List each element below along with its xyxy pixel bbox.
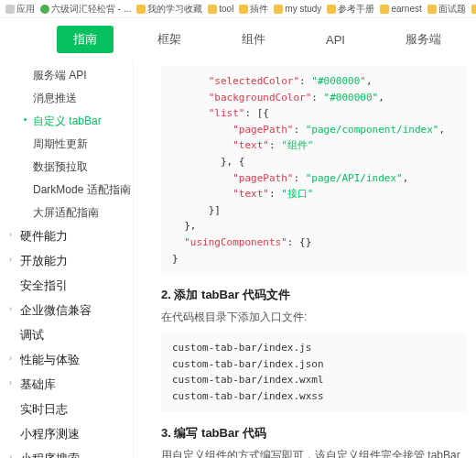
sidebar-section-label: 小程序搜索 [20,453,80,458]
sidebar-section-label: 实时日志 [20,403,68,416]
bookmark-label: 六级词汇轻松背 - ... [51,3,131,16]
bookmark-item[interactable]: earnest [380,4,421,14]
bookmark-item[interactable]: upupup [471,4,476,14]
folder-icon [471,5,476,14]
folder-icon [427,5,437,14]
chevron-right-icon: › [9,255,12,264]
folder-icon [327,5,336,14]
sidebar-section[interactable]: ›基础库 [7,373,133,398]
sidebar-section[interactable]: ›小程序搜索 [7,447,133,458]
nav-tab[interactable]: 指南 [57,26,114,53]
sidebar-section-label: 硬件能力 [20,230,68,243]
bookmark-label: 应用 [16,3,35,16]
chevron-right-icon: › [9,230,12,239]
sidebar-section-label: 调试 [20,329,44,342]
bookmark-item[interactable]: 我的学习收藏 [136,3,202,16]
folder-icon [239,5,248,14]
nav-tab[interactable]: 框架 [141,26,198,53]
bookmark-label: tool [219,4,233,14]
sidebar-section[interactable]: 调试 [7,323,133,348]
folder-icon [380,5,389,14]
bookmark-item[interactable]: 六级词汇轻松背 - ... [40,3,131,16]
bookmark-item[interactable]: 应用 [5,3,35,16]
bookmark-item[interactable]: tool [208,4,233,14]
code-files: custom-tab-bar/index.js custom-tab-bar/i… [161,333,467,411]
bookmark-label: earnest [391,4,421,14]
sidebar-section[interactable]: 实时日志 [7,398,133,422]
section2-desc: 在代码根目录下添加入口文件: [161,309,467,325]
bookmark-item[interactable]: 面试题 [427,3,466,16]
sidebar-section-label: 开放能力 [20,255,68,267]
sidebar-section[interactable]: ›性能与体验 [7,348,133,373]
sidebar-item[interactable]: DarkMode 适配指南 [7,179,133,202]
sidebar-item[interactable]: 服务端 API [7,64,133,87]
sidebar-section-label: 企业微信兼容 [20,304,92,317]
bookmark-label: 我的学习收藏 [147,3,202,16]
sidebar-item[interactable]: 数据预拉取 [7,156,133,179]
nav-tab[interactable]: 服务端 [389,26,458,53]
sidebar-section-label: 性能与体验 [20,354,80,366]
sidebar-item[interactable]: 周期性更新 [7,133,133,156]
bookmark-label: 插件 [250,3,268,16]
sidebar-section[interactable]: 安全指引 [7,274,133,299]
section2-heading: 2. 添加 tabBar 代码文件 [161,287,467,303]
green-icon [40,5,49,14]
bookmark-item[interactable]: 参考手册 [327,3,374,16]
sidebar-section-label: 小程序测速 [20,428,80,441]
bookmark-item[interactable]: my study [274,4,321,14]
sidebar-item[interactable]: 消息推送 [7,87,133,110]
sidebar-section[interactable]: ›企业微信兼容 [7,299,133,323]
sidebar-item[interactable]: 自定义 tabBar [7,110,133,133]
bookmark-label: my study [285,4,321,14]
sidebar-section-label: 安全指引 [20,279,68,292]
sidebar-section-label: 基础库 [20,378,56,391]
grid-icon [5,5,15,14]
section3-desc: 用自定义组件的方式编写即可，该自定义组件完全接管 tabBar 的渲染。另外实例… [161,447,467,459]
sidebar-item[interactable]: 大屏适配指南 [7,202,133,224]
nav-tab[interactable]: API [309,27,362,52]
folder-icon [136,5,146,14]
folder-icon [208,5,217,14]
sidebar-section[interactable]: ›开放能力 [7,249,133,274]
bookmark-item[interactable]: 插件 [239,3,268,16]
sidebar-section[interactable]: ›硬件能力 [7,224,133,249]
chevron-right-icon: › [9,354,12,363]
nav-tab[interactable]: 组件 [225,26,282,53]
code-config: "selectedColor": "#000000", "backgroundC… [161,66,467,274]
chevron-right-icon: › [9,304,12,313]
section3-heading: 3. 编写 tabBar 代码 [161,425,467,442]
sidebar-section[interactable]: 小程序测速 [7,422,133,447]
bookmark-label: 参考手册 [338,3,374,16]
chevron-right-icon: › [9,378,12,387]
bookmark-label: 面试题 [438,3,466,16]
folder-icon [274,5,283,14]
chevron-right-icon: › [9,453,12,458]
